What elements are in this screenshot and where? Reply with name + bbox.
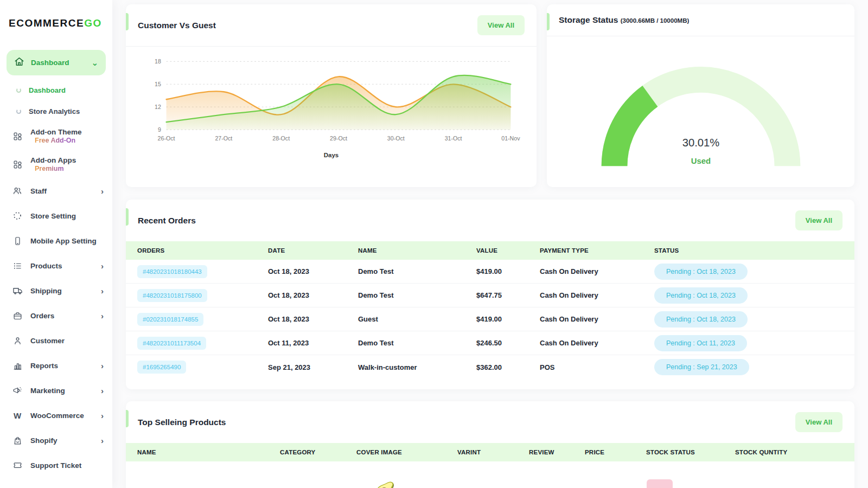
order-row: #4820231011173504 Oct 11, 2023 Demo Test… [126,331,854,355]
sidebar-subitem-label: Store Analytics [29,107,80,115]
chevron-right-icon: › [101,436,104,445]
order-id-link[interactable]: #4820231011173504 [137,337,206,350]
sidebar-item-support-ticket[interactable]: Support Ticket [0,453,112,478]
order-payment-type: Cash On Delivery [540,339,654,347]
sidebar-item-label: Reports [30,362,93,370]
order-id-link[interactable]: #4820231018180443 [137,265,207,278]
order-customer-name: Demo Test [358,339,476,347]
order-status-badge: Pending : Oct 18, 2023 [654,311,748,328]
app: ECOMMERCEGO Dashboard ⌄ Dashboard Store … [0,0,868,488]
order-id-link[interactable]: #1695265490 [137,361,186,374]
people-icon [12,186,23,196]
sidebar-item-label: Staff [30,187,93,195]
svg-text:12: 12 [155,104,161,110]
sidebar-item-woocommerce[interactable]: W WooCommerce › [0,403,112,428]
chevron-right-icon: › [101,262,104,270]
chevron-right-icon: › [101,312,104,320]
column-header: VARINT [457,449,529,455]
svg-text:30-Oct: 30-Oct [387,135,405,142]
sidebar-item-staff[interactable]: Staff › [0,178,112,203]
product-row: 🥑 [126,461,854,488]
sidebar-item-mobile-app-setting[interactable]: Mobile App Setting [0,228,112,253]
order-payment-type: Cash On Delivery [540,267,654,275]
order-row: #4820231018175800 Oct 18, 2023 Demo Test… [126,284,854,307]
order-date: Sep 21, 2023 [268,363,358,371]
column-header: REVIEW [529,449,585,455]
sidebar: ECOMMERCEGO Dashboard ⌄ Dashboard Store … [0,0,112,488]
sidebar-item-dashboard[interactable]: Dashboard [0,80,112,101]
order-date: Oct 11, 2023 [268,339,358,347]
sidebar-item-label: Add-on Apps [30,156,104,164]
chevron-right-icon: › [101,412,104,420]
order-payment-type: Cash On Delivery [540,291,654,299]
shopify-icon [12,436,23,445]
recent-orders-title: Recent Orders [138,216,196,226]
grid-icon [12,160,23,169]
orders-table-header: ORDERS DATE NAME VALUE PAYMENT TYPE STAT… [126,241,854,260]
order-value: $246.50 [476,339,540,347]
sidebar-item-label: Mobile App Setting [30,237,104,245]
chart-view-all-button[interactable]: View All [477,15,525,35]
sidebar-item-products[interactable]: Products › [0,253,112,278]
column-header: ORDERS [137,247,268,254]
column-header: NAME [137,449,280,455]
order-payment-type: POS [540,363,654,371]
sidebar-item-label: Add-on Theme [30,128,104,136]
column-header: PAYMENT TYPE [540,247,654,254]
main-content: Customer Vs Guest View All 912151826-Oct… [112,0,868,488]
loader-icon [16,109,21,114]
svg-text:26-Oct: 26-Oct [158,135,175,142]
order-id-link[interactable]: #020231018174855 [137,313,203,326]
sidebar-subitem-label: Dashboard [29,86,66,94]
svg-text:30.01%: 30.01% [682,137,719,149]
spinner-icon [12,211,23,221]
svg-text:27-Oct: 27-Oct [215,135,232,142]
chevron-right-icon: › [101,187,104,195]
svg-text:9: 9 [158,126,161,133]
order-id-link[interactable]: #4820231018175800 [137,289,207,302]
sidebar-item-dashboard-group[interactable]: Dashboard ⌄ [7,50,106,75]
chevron-right-icon: › [101,387,104,395]
order-row: #020231018174855 Oct 18, 2023 Guest $419… [126,307,854,331]
sidebar-item-addon-apps[interactable]: Add-on Apps Premium [0,150,112,178]
stock-status-badge [647,479,673,488]
products-view-all-button[interactable]: View All [795,412,843,432]
svg-text:18: 18 [155,58,161,65]
svg-text:15: 15 [155,81,161,87]
order-status-badge: Pending : Oct 11, 2023 [654,335,747,351]
list-icon [12,261,23,271]
orders-view-all-button[interactable]: View All [795,210,843,230]
order-customer-name: Demo Test [358,267,476,275]
ticket-icon [12,461,23,470]
order-value: $362.00 [476,363,540,371]
sidebar-item-label: WooCommerce [30,412,93,420]
sidebar-item-store-analytics[interactable]: Store Analytics [0,101,112,122]
storage-status-card: Storage Status (3000.66MB / 10000MB) 30.… [547,4,854,187]
sidebar-item-label: Products [30,262,93,270]
svg-text:28-Oct: 28-Oct [272,135,290,142]
sidebar-item-label: Orders [30,312,93,320]
order-payment-type: Cash On Delivery [540,315,654,323]
brand-logo[interactable]: ECOMMERCEGO [0,14,112,42]
column-header: CATEGORY [280,449,356,455]
sidebar-item-store-setting[interactable]: Store Setting [0,203,112,228]
phone-icon [12,236,23,246]
sidebar-item-label: Support Ticket [30,461,104,470]
order-value: $647.75 [476,291,540,299]
svg-text:Used: Used [691,157,710,165]
brand-logo-text: ECOMMERCE [9,17,84,29]
sidebar-item-customer[interactable]: Customer [0,328,112,353]
sidebar-item-shipping[interactable]: Shipping › [0,278,112,303]
sidebar-item-label: Shipping [30,287,93,295]
sidebar-item-orders[interactable]: Orders › [0,303,112,328]
sidebar-item-marketing[interactable]: Marketing › [0,378,112,403]
top-selling-products-card: Top Selleing Products View All NAME CATE… [126,401,854,488]
sidebar-item-reports[interactable]: Reports › [0,353,112,378]
column-header: DATE [268,247,358,254]
storage-card-title: Storage Status [559,15,618,24]
order-date: Oct 18, 2023 [268,315,358,323]
order-date: Oct 18, 2023 [268,267,358,275]
woocommerce-icon: W [12,411,23,420]
sidebar-item-shopify[interactable]: Shopify › [0,428,112,453]
sidebar-item-addon-theme[interactable]: Add-on Theme Free Add-On [0,122,112,150]
